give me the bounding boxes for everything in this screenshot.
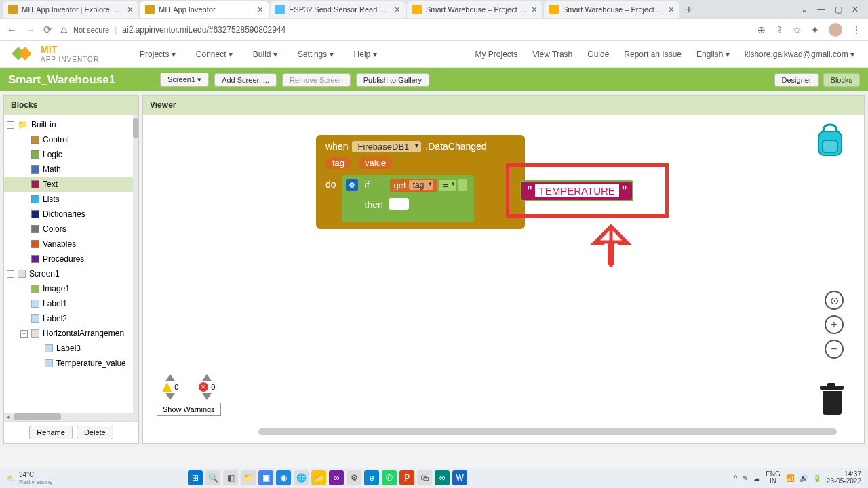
category-logic[interactable]: Logic (4, 147, 138, 162)
blocks-tab[interactable]: Blocks (823, 73, 860, 87)
blocks-canvas[interactable]: when FirebaseDB1 .DataChanged tag value … (143, 115, 864, 443)
add-screen-button[interactable]: Add Screen ... (214, 73, 277, 87)
close-icon[interactable]: × (127, 4, 133, 15)
browser-tab[interactable]: Smart Warehouse – Project settin× (544, 1, 679, 18)
close-icon[interactable]: × (395, 4, 400, 15)
if-block[interactable]: ⚙ if get tag = (342, 175, 474, 222)
browser-tab[interactable]: ESP32 Send Sensor Readings to C× (270, 1, 406, 18)
menu-help[interactable]: Help ▾ (354, 49, 377, 59)
category-control[interactable]: Control (4, 132, 138, 147)
operator-dropdown[interactable]: = (439, 180, 456, 191)
language-select[interactable]: English ▾ (696, 49, 730, 59)
category-text[interactable]: Text (4, 177, 138, 192)
zoom-in-button[interactable]: + (825, 315, 844, 334)
logo[interactable]: MITAPP INVENTOR (14, 45, 99, 62)
warn-nav[interactable]: 0 (162, 374, 178, 400)
rename-button[interactable]: Rename (29, 426, 73, 439)
new-tab-button[interactable]: + (681, 1, 697, 18)
menu-projects[interactable]: Projects ▾ (140, 49, 176, 59)
category-math[interactable]: Math (4, 162, 138, 177)
component-item[interactable]: Label2 (4, 311, 138, 326)
app-icon[interactable]: W (452, 470, 467, 485)
extensions-icon[interactable]: ✦ (811, 24, 819, 35)
browser-tab[interactable]: MIT App Inventor | Explore MIT A× (3, 1, 138, 18)
h-scrollbar[interactable] (4, 413, 138, 421)
trash-icon[interactable] (820, 386, 844, 416)
expander-icon[interactable]: − (20, 330, 28, 338)
link-report-issue[interactable]: Report an Issue (624, 49, 682, 59)
close-icon[interactable]: × (669, 4, 674, 15)
app-icon[interactable]: ◉ (276, 470, 291, 485)
close-window-icon[interactable]: ✕ (852, 5, 859, 14)
when-event-block[interactable]: when FirebaseDB1 .DataChanged tag value … (316, 135, 525, 229)
link-guide[interactable]: Guide (587, 49, 609, 59)
app-icon[interactable]: 📂 (311, 470, 326, 485)
component-item[interactable]: Label1 (4, 296, 138, 311)
zoom-out-button[interactable]: − (825, 340, 844, 359)
expander-icon[interactable]: − (7, 270, 14, 278)
scrollbar[interactable] (133, 115, 138, 413)
component-item[interactable]: Label3 (4, 341, 138, 356)
canvas-h-scrollbar[interactable] (258, 428, 837, 435)
delete-button[interactable]: Delete (77, 426, 113, 439)
menu-settings[interactable]: Settings ▾ (298, 49, 334, 59)
wifi-icon[interactable]: 📶 (786, 474, 794, 482)
back-button[interactable]: ← (7, 24, 17, 35)
app-icon[interactable]: ⚙ (347, 470, 361, 485)
search-icon[interactable]: 🔍 (205, 470, 220, 485)
app-icon[interactable]: 🛍 (417, 470, 432, 485)
gear-icon[interactable]: ⚙ (346, 179, 358, 191)
weather-widget[interactable]: ⛅ 34°CPartly sunny (7, 471, 53, 485)
remove-screen-button[interactable]: Remove Screen (282, 73, 351, 87)
component-dropdown[interactable]: FirebaseDB1 (352, 141, 421, 152)
battery-icon[interactable]: 🔋 (813, 474, 821, 482)
publish-button[interactable]: Publish to Gallery (356, 73, 429, 87)
start-button[interactable]: ⊞ (188, 470, 203, 485)
designer-tab[interactable]: Designer (774, 73, 819, 87)
var-dropdown[interactable]: tag (409, 180, 434, 190)
param-tag[interactable]: tag (326, 157, 351, 169)
menu-connect[interactable]: Connect ▾ (196, 49, 233, 59)
user-email[interactable]: kishore.gaikwad@gmail.com ▾ (745, 49, 854, 59)
category-lists[interactable]: Lists (4, 192, 138, 207)
app-icon[interactable]: P (399, 470, 414, 485)
app-icon[interactable]: e (364, 470, 379, 485)
compare-block[interactable]: get tag = (387, 178, 470, 193)
expander-icon[interactable]: − (7, 121, 14, 129)
forward-button[interactable]: → (25, 24, 35, 35)
close-icon[interactable]: × (532, 4, 537, 15)
component-item[interactable]: Temperature_value (4, 356, 138, 371)
app-icon[interactable]: ∞ (435, 470, 450, 485)
get-block[interactable]: get tag (390, 179, 438, 192)
browser-tab[interactable]: MIT App Inventor× (140, 1, 269, 18)
avatar[interactable] (829, 23, 842, 37)
component-item[interactable]: Image1 (4, 281, 138, 296)
reload-button[interactable]: ⟳ (43, 24, 52, 36)
share-icon[interactable]: ⇪ (775, 24, 783, 35)
category-procedures[interactable]: Procedures (4, 251, 138, 266)
app-icon[interactable]: 🌐 (294, 470, 309, 485)
close-icon[interactable]: × (258, 4, 263, 15)
browser-tab[interactable]: Smart Warehouse – Project settin× (407, 1, 542, 18)
maximize-icon[interactable]: ▢ (835, 5, 842, 14)
menu-build[interactable]: Build ▾ (253, 49, 277, 59)
task-view-icon[interactable]: ◧ (223, 470, 238, 485)
zoom-icon[interactable]: ⊕ (757, 24, 766, 35)
app-icon[interactable]: ▣ (258, 470, 273, 485)
chevron-down-icon[interactable]: ⌄ (801, 5, 808, 14)
show-warnings-button[interactable]: Show Warnings (157, 403, 221, 416)
param-value[interactable]: value (358, 157, 393, 169)
app-icon[interactable]: 📁 (241, 470, 256, 485)
link-my-projects[interactable]: My Projects (475, 49, 517, 59)
center-button[interactable]: ⊙ (825, 291, 844, 310)
volume-icon[interactable]: 🔊 (800, 474, 808, 482)
screen-select[interactable]: Screen1 ▾ (160, 73, 209, 87)
tray-chevron-icon[interactable]: ^ (734, 474, 737, 482)
star-icon[interactable]: ☆ (793, 24, 802, 35)
backpack-icon[interactable] (813, 121, 847, 159)
app-icon[interactable]: ∞ (329, 470, 344, 485)
tray-icon[interactable]: ☁ (753, 474, 760, 482)
minimize-icon[interactable]: — (817, 5, 825, 14)
menu-icon[interactable]: ⋮ (852, 24, 861, 35)
tray-icon[interactable]: ✎ (743, 474, 748, 482)
